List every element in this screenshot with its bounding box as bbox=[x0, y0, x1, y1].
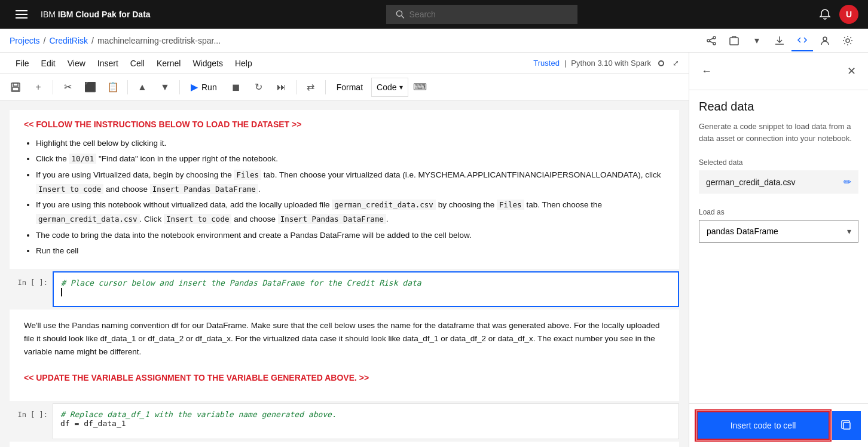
restart-run-button[interactable]: ⏭ bbox=[271, 76, 292, 98]
share-button[interactable] bbox=[701, 30, 722, 51]
run-label: Run bbox=[201, 82, 217, 92]
copy-button[interactable]: ⬛ bbox=[80, 76, 101, 98]
menu-bar: File Edit View Insert Cell Kernel Widget… bbox=[0, 53, 689, 74]
menu-kernel[interactable]: Kernel bbox=[151, 53, 187, 74]
app-title: IBM IBM Cloud Pak for Data bbox=[41, 10, 151, 19]
menu-insert[interactable]: Insert bbox=[91, 53, 124, 74]
restart-button[interactable]: ↻ bbox=[248, 76, 270, 98]
list-item: Click the 10/01 "Find data" icon in the … bbox=[36, 152, 665, 166]
top-nav-icons: U bbox=[813, 2, 858, 26]
chevron-down-icon: ▾ bbox=[399, 83, 403, 91]
svg-rect-0 bbox=[16, 10, 27, 11]
menu-widgets[interactable]: Widgets bbox=[187, 53, 229, 74]
selected-data-row: german_credit_data.csv ✏ bbox=[699, 170, 858, 194]
code-cell-1[interactable]: # Place cursor below and insert the Pand… bbox=[53, 271, 679, 307]
toolbar: + ✂ ⬛ 📋 ▲ ▼ ▶ Run ◼ ↻ ⏭ ⇄ Format Code bbox=[0, 74, 689, 100]
svg-point-13 bbox=[846, 39, 849, 42]
edit-data-button[interactable]: ✏ bbox=[843, 176, 851, 188]
menu-help[interactable]: Help bbox=[229, 53, 258, 74]
instruction-header: << FOLLOW THE INSTRUCTIONS BELOW TO LOAD… bbox=[24, 120, 665, 129]
panel-back-button[interactable]: ← bbox=[699, 63, 714, 80]
svg-line-4 bbox=[401, 16, 404, 18]
panel-header: ← ✕ bbox=[689, 53, 868, 90]
menu-edit[interactable]: Edit bbox=[35, 53, 62, 74]
toolbar-separator-3 bbox=[179, 80, 180, 94]
breadcrumb-projects[interactable]: Projects bbox=[10, 36, 40, 45]
move-up-button[interactable]: ▲ bbox=[132, 76, 153, 98]
format-label: Format bbox=[337, 82, 363, 92]
instruction-list: Highlight the cell below by clicking it.… bbox=[24, 136, 665, 258]
svg-rect-10 bbox=[730, 38, 738, 45]
code-line-2: df = df_data_1 bbox=[60, 419, 671, 428]
insert-btn-area: Insert code to cell bbox=[689, 403, 868, 447]
menu-view[interactable]: View bbox=[62, 53, 91, 74]
search-input[interactable] bbox=[409, 10, 568, 19]
insert-code-button[interactable]: Insert code to cell bbox=[696, 411, 830, 440]
jobs-button[interactable] bbox=[723, 30, 745, 51]
search-icon bbox=[396, 10, 405, 19]
svg-point-12 bbox=[823, 37, 827, 41]
list-item: If you are using this notebook without v… bbox=[36, 198, 665, 227]
update-header: << UPDATE THE VARIABLE ASSIGNMENT TO THE… bbox=[24, 371, 665, 384]
expand-icon[interactable]: ⤢ bbox=[673, 59, 679, 68]
menu-right: Trusted | Python 3.10 with Spark ⤢ bbox=[533, 59, 679, 68]
search-box[interactable] bbox=[386, 5, 577, 24]
add-cell-button[interactable]: + bbox=[27, 76, 49, 98]
panel-close-button[interactable]: ✕ bbox=[845, 62, 858, 80]
breadcrumb-sep-2: / bbox=[91, 36, 94, 45]
breadcrumb-creditrisk[interactable]: CreditRisk bbox=[49, 36, 88, 45]
kernel-info: Python 3.10 with Spark bbox=[571, 59, 651, 68]
list-item: If you are using Virtualized data, begin… bbox=[36, 168, 665, 197]
panel-description: Generate a code snippet to load data fro… bbox=[689, 114, 868, 151]
code-comment-1: # Place cursor below and insert the Pand… bbox=[61, 278, 421, 287]
load-as-label: Load as bbox=[699, 208, 858, 216]
insert-icon-button[interactable] bbox=[832, 411, 861, 440]
menu-file[interactable]: File bbox=[10, 53, 35, 74]
menu-separator: | bbox=[564, 59, 566, 68]
toolbar-separator-5 bbox=[325, 80, 326, 94]
cell-type-dropdown[interactable]: Code ▾ bbox=[371, 78, 408, 97]
breadcrumb-current: machinelearning-creditrisk-spar... bbox=[97, 36, 221, 45]
keyboard-button[interactable]: ⌨ bbox=[409, 76, 431, 98]
notification-button[interactable] bbox=[813, 2, 837, 26]
run-button[interactable]: ▶ Run bbox=[184, 79, 224, 95]
hamburger-menu-button[interactable] bbox=[10, 2, 33, 26]
svg-rect-17 bbox=[843, 422, 850, 429]
list-item: Run the cell bbox=[36, 244, 665, 258]
avatar[interactable]: U bbox=[839, 5, 858, 24]
cut-button[interactable]: ✂ bbox=[57, 76, 78, 98]
selected-data-value: german_credit_data.csv bbox=[706, 177, 795, 187]
user-button[interactable] bbox=[814, 30, 836, 51]
kernel-status-indicator bbox=[658, 60, 664, 66]
code-cell-2[interactable]: # Replace data_df_1 with the variable na… bbox=[53, 403, 679, 439]
load-as-dropdown[interactable]: pandas DataFrame bbox=[699, 220, 858, 243]
paste-button[interactable]: 📋 bbox=[102, 76, 124, 98]
save-button[interactable] bbox=[5, 76, 26, 98]
selected-data-label: Selected data bbox=[699, 158, 858, 167]
jobs-dropdown-button[interactable]: ▾ bbox=[746, 30, 768, 51]
panel-title-area: Read data bbox=[689, 90, 868, 114]
svg-point-7 bbox=[713, 42, 716, 45]
list-item: The code to bring the data into the note… bbox=[36, 228, 665, 243]
paragraph-cell: We'll use the Pandas naming convention d… bbox=[10, 310, 679, 401]
breadcrumb: Projects / CreditRisk / machinelearning-… bbox=[10, 36, 221, 45]
move-down-button[interactable]: ▼ bbox=[154, 76, 176, 98]
menu-cell[interactable]: Cell bbox=[124, 53, 151, 74]
settings-button[interactable] bbox=[837, 30, 858, 51]
search-area bbox=[158, 5, 806, 24]
code-cell-2-label: In [ ]: bbox=[10, 403, 53, 439]
menu-items: File Edit View Insert Cell Kernel Widget… bbox=[10, 53, 258, 74]
code-button[interactable] bbox=[791, 30, 813, 51]
svg-rect-16 bbox=[13, 87, 19, 91]
svg-line-8 bbox=[710, 38, 713, 40]
svg-rect-15 bbox=[13, 83, 18, 86]
format-button[interactable]: Format bbox=[329, 80, 370, 94]
right-panel: ← ✕ Read data Generate a code snippet to… bbox=[689, 53, 868, 447]
download-button[interactable] bbox=[769, 30, 790, 51]
interrupt-button[interactable]: ◼ bbox=[225, 76, 247, 98]
toggle-button[interactable]: ⇄ bbox=[300, 76, 322, 98]
section-cell: 2.1 Drop Some Features Some columns are … bbox=[10, 442, 679, 447]
run-icon: ▶ bbox=[191, 81, 198, 93]
list-item: Highlight the cell below by clicking it. bbox=[36, 136, 665, 151]
trusted-badge[interactable]: Trusted bbox=[533, 59, 560, 68]
